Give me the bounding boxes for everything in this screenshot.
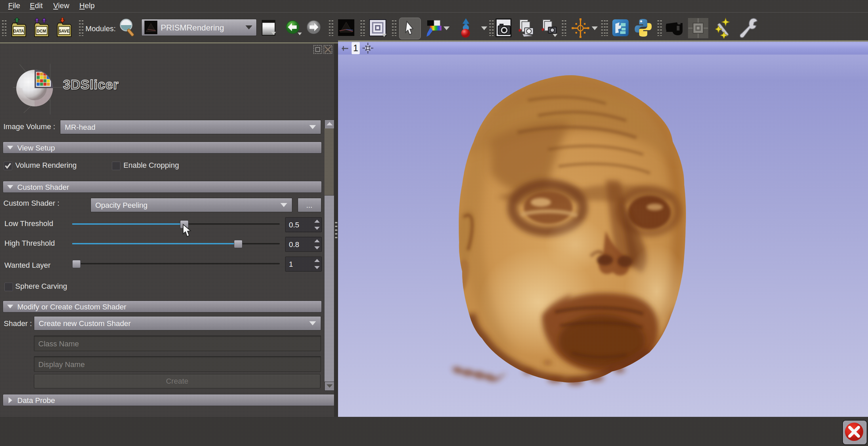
svg-text:SAVE: SAVE [59,29,70,34]
svg-text:DCM: DCM [37,29,46,34]
svg-text:DATA: DATA [13,29,24,34]
